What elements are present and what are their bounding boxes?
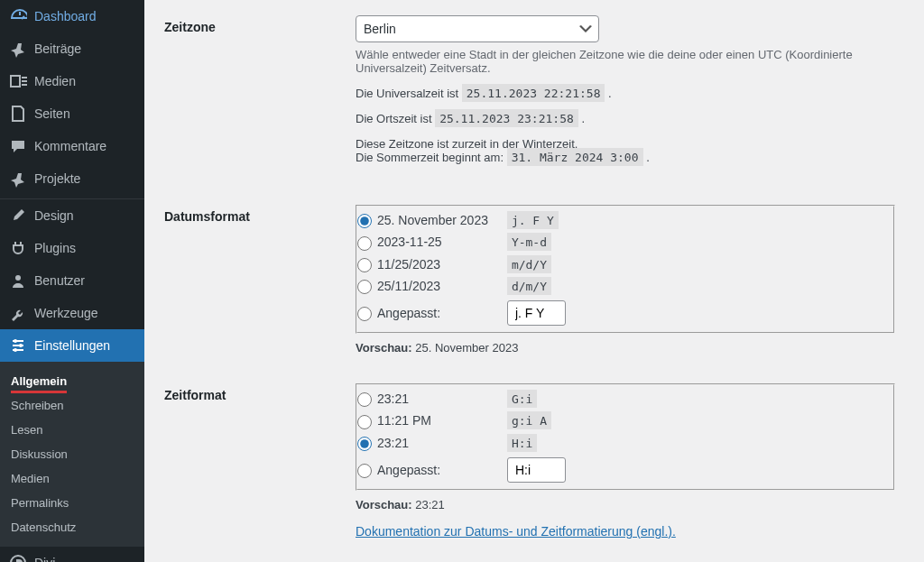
menu-label: Projekte	[34, 171, 80, 186]
menu-item-dashboard[interactable]: Dashboard	[0, 0, 144, 32]
timezone-description: Wähle entweder eine Stadt in der gleiche…	[356, 48, 895, 75]
menu-item-seiten[interactable]: Seiten	[0, 97, 144, 130]
menu-label: Beiträge	[34, 41, 81, 56]
plug-icon	[9, 239, 27, 257]
local-time-info: Die Ortszeit ist 25.11.2023 23:21:58 .	[356, 112, 895, 125]
settings-content: Zeitzone Berlin Wähle entweder eine Stad…	[144, 0, 924, 562]
format-radio[interactable]	[357, 236, 372, 251]
format-option[interactable]: 2023-11-25 Y-m-d	[357, 235, 893, 250]
menu-item-kommentare[interactable]: Kommentare	[0, 130, 144, 162]
page-icon	[9, 105, 27, 123]
menu-label: Werkzeuge	[34, 306, 98, 320]
menu-label: Dashboard	[34, 9, 97, 23]
submenu-item-datenschutz[interactable]: Datenschutz	[0, 515, 144, 539]
menu-label: Benutzer	[34, 273, 85, 288]
media-icon	[9, 72, 27, 90]
menu-label: Seiten	[34, 106, 70, 121]
settings-icon	[9, 336, 27, 355]
admin-sidebar: DashboardBeiträgeMedienSeitenKommentareP…	[0, 0, 144, 562]
menu-label: Einstellungen	[34, 338, 110, 353]
menu-item-plugins[interactable]: Plugins	[0, 232, 144, 264]
format-code: Y-m-d	[507, 233, 551, 251]
format-example: 11/25/2023	[377, 257, 504, 272]
menu-item-einstellungen[interactable]: Einstellungen	[0, 329, 144, 362]
pin-icon	[9, 170, 27, 188]
menu-item-benutzer[interactable]: Benutzer	[0, 264, 144, 297]
format-option[interactable]: 25/11/2023 d/m/Y	[357, 279, 893, 294]
format-radio[interactable]	[357, 437, 372, 451]
format-option[interactable]: 11:21 PM g:i A	[357, 413, 893, 428]
format-custom-label: Angepasst:	[377, 306, 504, 320]
timezone-select[interactable]: Berlin	[356, 15, 599, 42]
submenu-item-permalinks[interactable]: Permalinks	[0, 491, 144, 515]
submenu-item-allgemein[interactable]: Allgemein	[11, 369, 67, 393]
format-example: 23:21	[377, 392, 504, 406]
datetime-doc-link[interactable]: Dokumentation zur Datums- und Zeitformat…	[356, 524, 676, 539]
menu-label: Medien	[34, 74, 76, 88]
timeformat-preview: Vorschau: 23:21	[356, 498, 895, 511]
format-example: 25/11/2023	[377, 279, 504, 293]
format-custom-input[interactable]	[507, 300, 566, 326]
format-radio[interactable]	[357, 392, 372, 407]
format-option[interactable]: 11/25/2023 m/d/Y	[357, 257, 893, 272]
timezone-label: Zeitzone	[164, 2, 345, 189]
utc-time-code: 25.11.2023 22:21:58	[462, 84, 605, 102]
format-radio[interactable]	[357, 258, 372, 272]
format-example: 2023-11-25	[377, 235, 504, 249]
format-custom-option[interactable]: Angepasst:	[357, 300, 893, 326]
format-custom-option[interactable]: Angepasst:	[357, 457, 893, 483]
menu-item-werkzeuge[interactable]: Werkzeuge	[0, 297, 144, 329]
dashboard-icon	[9, 7, 27, 25]
tools-icon	[9, 304, 27, 322]
format-code: j. F Y	[507, 211, 559, 229]
menu-item-design[interactable]: Design	[0, 199, 144, 232]
format-radio[interactable]	[357, 415, 372, 429]
format-code: m/d/Y	[507, 255, 551, 273]
divi-icon	[9, 554, 27, 562]
timeformat-label: Zeitformat	[164, 370, 345, 552]
menu-item-medien[interactable]: Medien	[0, 65, 144, 97]
svg-point-2	[19, 344, 23, 347]
utc-time-info: Die Universalzeit ist 25.11.2023 22:21:5…	[356, 87, 895, 100]
format-option[interactable]: 23:21 H:i	[357, 436, 893, 451]
summer-time-code: 31. März 2024 3:00	[507, 148, 643, 166]
timeformat-options: 23:21 G:i11:21 PM g:i A23:21 H:iAngepass…	[356, 383, 895, 491]
svg-point-0	[15, 275, 21, 281]
format-example: 23:21	[377, 436, 504, 450]
format-option[interactable]: 23:21 G:i	[357, 392, 893, 407]
submenu-item-medien[interactable]: Medien	[0, 466, 144, 491]
menu-item-divi[interactable]: Divi	[0, 547, 144, 562]
format-option[interactable]: 25. November 2023 j. F Y	[357, 213, 893, 228]
format-example: 25. November 2023	[377, 213, 504, 227]
menu-item-projekte[interactable]: Projekte	[0, 162, 144, 195]
format-code: G:i	[507, 390, 537, 408]
submenu-item-diskussion[interactable]: Diskussion	[0, 442, 144, 466]
dateformat-label: Datumsformat	[164, 191, 345, 368]
menu-label: Design	[34, 208, 74, 223]
menu-item-beiträge[interactable]: Beiträge	[0, 32, 144, 65]
format-custom-label: Angepasst:	[377, 463, 504, 477]
format-custom-input[interactable]	[507, 457, 566, 483]
user-icon	[9, 272, 27, 290]
local-time-code: 25.11.2023 23:21:58	[435, 109, 578, 127]
settings-submenu: AllgemeinSchreibenLesenDiskussionMedienP…	[0, 362, 144, 547]
dateformat-options: 25. November 2023 j. F Y2023-11-25 Y-m-d…	[356, 205, 895, 334]
menu-label: Kommentare	[34, 139, 106, 153]
pin-icon	[9, 40, 27, 58]
format-radio[interactable]	[357, 214, 372, 228]
format-code: g:i A	[507, 411, 551, 429]
format-radio[interactable]	[357, 280, 372, 294]
format-custom-radio[interactable]	[357, 307, 372, 321]
comment-icon	[9, 137, 27, 155]
brush-icon	[9, 207, 27, 225]
format-code: d/m/Y	[507, 277, 551, 295]
format-custom-radio[interactable]	[357, 464, 372, 478]
menu-label: Plugins	[34, 241, 76, 255]
dst-info: Diese Zeitzone ist zurzeit in der Winter…	[356, 137, 895, 164]
submenu-item-schreiben[interactable]: Schreiben	[0, 393, 144, 418]
weekstart-label: Die Woche beginnt am	[164, 554, 345, 562]
menu-label: Divi	[34, 556, 55, 562]
submenu-item-lesen[interactable]: Lesen	[0, 418, 144, 442]
svg-point-3	[14, 348, 17, 352]
format-example: 11:21 PM	[377, 413, 504, 428]
